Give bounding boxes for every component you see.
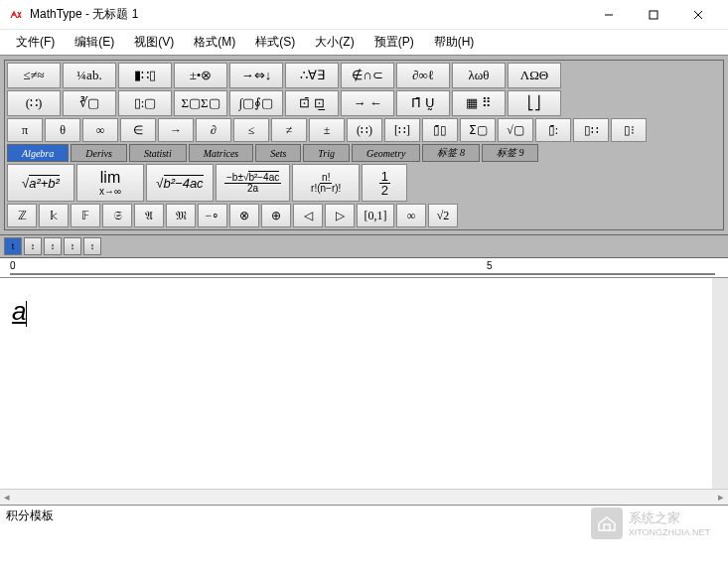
palette-spaces[interactable]: ¼ab. bbox=[63, 63, 116, 88]
sym-infinity[interactable]: ∞ bbox=[82, 118, 118, 142]
sym-interval[interactable]: [0,1] bbox=[357, 204, 394, 227]
menu-format[interactable]: 格式(M) bbox=[184, 31, 245, 54]
maximize-button[interactable] bbox=[631, 0, 675, 30]
palette-products[interactable]: Π̄ Ṵ bbox=[396, 90, 450, 116]
sec-tab-3[interactable]: ↕ bbox=[44, 237, 62, 255]
tab-sets[interactable]: Sets bbox=[255, 144, 301, 162]
menubar: 文件(F) 编辑(E) 视图(V) 格式(M) 样式(S) 大小(Z) 预置(P… bbox=[0, 30, 728, 56]
small-palette-row: ℤ 𝕜 𝔽 𝔖 𝔄 𝔐 −∘ ⊗ ⊕ ◁ ▷ [0,1] ∞ √2 bbox=[7, 204, 721, 227]
tab-9[interactable]: 标签 9 bbox=[482, 144, 539, 162]
sym-infty[interactable]: ∞ bbox=[396, 204, 426, 227]
tmpl-frac[interactable]: ▯̄▯ bbox=[422, 118, 458, 142]
scroll-left-icon[interactable]: ◂ bbox=[4, 491, 10, 504]
window-title: MathType - 无标题 1 bbox=[30, 6, 586, 23]
menu-size[interactable]: 大小(Z) bbox=[305, 31, 364, 54]
palette-sets[interactable]: ∉∩⊂ bbox=[341, 63, 394, 88]
palette-greek-lower[interactable]: λωθ bbox=[452, 63, 506, 88]
sym-element[interactable]: ∈ bbox=[120, 118, 156, 142]
sym-frak-k[interactable]: 𝕜 bbox=[39, 204, 69, 227]
template-tabs: Algebra Derivs Statisti Matrices Sets Tr… bbox=[7, 144, 721, 162]
sym-triangle-left[interactable]: ◁ bbox=[293, 204, 323, 227]
menu-view[interactable]: 视图(V) bbox=[124, 31, 184, 54]
palette-operators[interactable]: ±•⊗ bbox=[174, 63, 227, 88]
palette-row-1: ≤≠≈ ¼ab. ▮∷▯ ±•⊗ →⇔↓ ∴∀∃ ∉∩⊂ ∂∞ℓ λωθ ΛΩΘ bbox=[7, 63, 721, 88]
sym-pm[interactable]: ± bbox=[309, 118, 345, 142]
sym-neq[interactable]: ≠ bbox=[271, 118, 307, 142]
sym-compose[interactable]: −∘ bbox=[198, 204, 227, 227]
palette-embellish[interactable]: ▮∷▯ bbox=[118, 63, 172, 88]
editor-area[interactable]: a bbox=[0, 278, 728, 489]
template-combination[interactable]: n!r!(n−r)! bbox=[292, 164, 360, 202]
menu-edit[interactable]: 编辑(E) bbox=[65, 31, 124, 54]
palette-fences[interactable]: (∷) bbox=[7, 90, 61, 116]
sec-tab-5[interactable]: ↕ bbox=[83, 237, 101, 255]
template-half[interactable]: 12 bbox=[362, 164, 407, 202]
sec-tab-2[interactable]: ↕ bbox=[24, 237, 42, 255]
palette-row-3: π θ ∞ ∈ → ∂ ≤ ≠ ± (∷) [∷] ▯̄▯ Σ̄▢ √▢ ▯̄:… bbox=[7, 118, 721, 142]
text-cursor bbox=[26, 301, 27, 327]
palette-boxes[interactable]: ⎣⎦ bbox=[508, 90, 561, 116]
tmpl-sup[interactable]: ▯̄: bbox=[535, 118, 571, 142]
palette-arrows[interactable]: →⇔↓ bbox=[229, 63, 283, 88]
palette-overbars[interactable]: ⊡̄ ⊡̲ bbox=[285, 90, 339, 116]
palette-fractions[interactable]: ∛▢ bbox=[63, 90, 116, 116]
watermark: 系统之家 XITONGZHIJIA.NET bbox=[591, 508, 710, 539]
tab-trig[interactable]: Trig bbox=[303, 144, 350, 162]
symbol-palette: ≤≠≈ ¼ab. ▮∷▯ ±•⊗ →⇔↓ ∴∀∃ ∉∩⊂ ∂∞ℓ λωθ ΛΩΘ… bbox=[4, 60, 724, 230]
menu-help[interactable]: 帮助(H) bbox=[424, 31, 485, 54]
sym-oplus[interactable]: ⊕ bbox=[261, 204, 291, 227]
sec-tab-1[interactable]: t bbox=[4, 237, 22, 255]
palette-matrices[interactable]: ▦ ⠿ bbox=[452, 90, 506, 116]
tmpl-paren[interactable]: (∷) bbox=[347, 118, 382, 142]
palette-labeled-arrows[interactable]: → ← bbox=[341, 90, 394, 116]
sym-sqrt2[interactable]: √2 bbox=[428, 204, 458, 227]
palette-greek-upper[interactable]: ΛΩΘ bbox=[508, 63, 561, 88]
palette-logic[interactable]: ∴∀∃ bbox=[285, 63, 339, 88]
sym-pi[interactable]: π bbox=[7, 118, 43, 142]
toolbar-area: ≤≠≈ ¼ab. ▮∷▯ ±•⊗ →⇔↓ ∴∀∃ ∉∩⊂ ∂∞ℓ λωθ ΛΩΘ… bbox=[0, 56, 728, 235]
sec-tab-4[interactable]: ↕ bbox=[64, 237, 81, 255]
palette-subscripts[interactable]: ▯:▢ bbox=[118, 90, 172, 116]
tab-geometry[interactable]: Geometry bbox=[352, 144, 420, 162]
tab-8[interactable]: 标签 8 bbox=[422, 144, 480, 162]
sym-leq[interactable]: ≤ bbox=[233, 118, 269, 142]
horizontal-scrollbar[interactable]: ◂ ▸ bbox=[0, 489, 728, 505]
sym-frak-m[interactable]: 𝔐 bbox=[166, 204, 196, 227]
tmpl-bracket[interactable]: [∷] bbox=[384, 118, 420, 142]
tmpl-sum[interactable]: Σ̄▢ bbox=[460, 118, 496, 142]
minimize-button[interactable] bbox=[586, 0, 631, 30]
equation-content[interactable]: a bbox=[12, 297, 27, 326]
menu-file[interactable]: 文件(F) bbox=[6, 31, 65, 54]
scroll-right-icon[interactable]: ▸ bbox=[718, 491, 724, 504]
template-pythagoras[interactable]: √a²+b² bbox=[7, 164, 74, 202]
palette-integrals[interactable]: ∫▢∮▢ bbox=[229, 90, 283, 116]
close-button[interactable] bbox=[675, 0, 720, 30]
palette-misc[interactable]: ∂∞ℓ bbox=[396, 63, 450, 88]
ruler[interactable]: 0 5 bbox=[0, 258, 728, 278]
template-discriminant[interactable]: √b²−4ac bbox=[146, 164, 214, 202]
sym-frak-a[interactable]: 𝔄 bbox=[134, 204, 164, 227]
sym-bb-f[interactable]: 𝔽 bbox=[71, 204, 100, 227]
menu-style[interactable]: 样式(S) bbox=[245, 31, 305, 54]
sym-frak-s[interactable]: 𝔖 bbox=[102, 204, 132, 227]
watermark-line2: XITONGZHIJIA.NET bbox=[629, 527, 710, 537]
palette-relational[interactable]: ≤≠≈ bbox=[7, 63, 61, 88]
menu-preset[interactable]: 预置(P) bbox=[364, 31, 424, 54]
template-limit[interactable]: limx→∞ bbox=[76, 164, 144, 202]
tab-derivs[interactable]: Derivs bbox=[71, 144, 127, 162]
palette-sums[interactable]: Σ▢Σ▢ bbox=[174, 90, 227, 116]
tab-matrices[interactable]: Matrices bbox=[189, 144, 254, 162]
sym-int-z[interactable]: ℤ bbox=[7, 204, 37, 227]
tmpl-sqrt[interactable]: √▢ bbox=[498, 118, 533, 142]
template-quadratic[interactable]: −b±√b²−4ac2a bbox=[216, 164, 290, 202]
sym-arrow[interactable]: → bbox=[158, 118, 194, 142]
window-controls bbox=[586, 0, 720, 30]
sym-otimes[interactable]: ⊗ bbox=[229, 204, 259, 227]
sym-triangle-right[interactable]: ▷ bbox=[325, 204, 355, 227]
sym-partial[interactable]: ∂ bbox=[196, 118, 231, 142]
tmpl-sub[interactable]: ▯∷ bbox=[573, 118, 609, 142]
tab-statisti[interactable]: Statisti bbox=[129, 144, 187, 162]
sym-theta[interactable]: θ bbox=[45, 118, 80, 142]
tmpl-supsub[interactable]: ▯⁝ bbox=[611, 118, 647, 142]
tab-algebra[interactable]: Algebra bbox=[7, 144, 69, 162]
